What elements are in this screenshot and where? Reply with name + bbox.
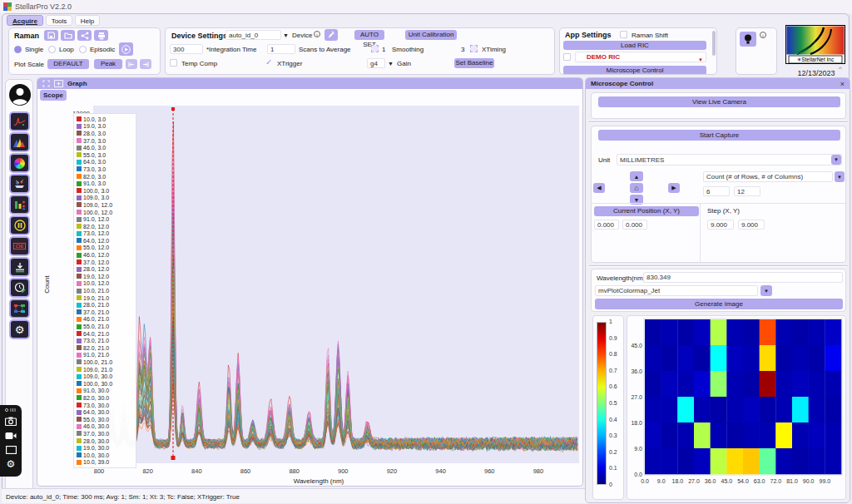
heatmap-cell[interactable] <box>775 397 792 422</box>
legend-item[interactable]: 73.0, 3.0 <box>77 166 133 173</box>
heatmap-cell[interactable] <box>809 422 825 448</box>
temp-comp-checkbox[interactable] <box>170 59 177 67</box>
heatmap-cell[interactable] <box>809 448 825 474</box>
prev-peak-button[interactable] <box>126 59 137 69</box>
legend-item[interactable]: 55.0, 12.0 <box>77 245 133 252</box>
legend-item[interactable]: 82.0, 3.0 <box>77 173 133 180</box>
sidebar-spectrum-view-button[interactable] <box>9 111 30 131</box>
heatmap-cell[interactable] <box>677 345 694 371</box>
jog-up-button[interactable]: ▲ <box>630 171 643 181</box>
generate-image-button[interactable]: Generate Image <box>595 299 843 309</box>
heatmap-cell[interactable] <box>775 422 792 448</box>
heatmap-cell[interactable] <box>809 319 825 345</box>
heatmap-cell[interactable] <box>645 345 661 371</box>
smoothing-stepper[interactable] <box>371 45 379 52</box>
cols-input[interactable]: 12 <box>734 186 760 196</box>
heatmap-cell[interactable] <box>694 448 711 474</box>
heatmap-cell[interactable] <box>775 371 792 397</box>
heatmap-cell[interactable] <box>743 371 760 397</box>
integration-time-input[interactable]: 300 <box>170 44 203 54</box>
sidebar-export-button[interactable] <box>9 257 30 277</box>
gain-dropdown-arrow[interactable]: ▼ <box>388 61 394 67</box>
heatmap-cell[interactable] <box>661 422 678 448</box>
heatmap-cell[interactable] <box>661 319 678 345</box>
heatmap-cell[interactable] <box>711 397 727 422</box>
legend-item[interactable]: 46.0, 30.0 <box>77 423 133 431</box>
heatmap-cell[interactable] <box>677 319 694 345</box>
heatmap-cell[interactable] <box>661 345 678 371</box>
heatmap-cell[interactable] <box>726 319 743 345</box>
heatmap-cell[interactable] <box>661 397 678 422</box>
heatmap-cell[interactable] <box>825 448 841 474</box>
heatmap-cell[interactable] <box>792 397 809 422</box>
legend-item[interactable]: 46.0, 3.0 <box>77 144 133 151</box>
heatmap-cell[interactable] <box>775 345 792 371</box>
heatmap-cell[interactable] <box>694 345 711 371</box>
heatmap-cell[interactable] <box>645 422 661 448</box>
lamp-info-icon[interactable]: i <box>760 32 766 38</box>
share-button[interactable] <box>77 30 92 41</box>
heatmap-cell[interactable] <box>825 422 841 448</box>
jog-home-button[interactable]: ⌂ <box>630 183 643 193</box>
legend-item[interactable]: 46.0, 12.0 <box>77 251 133 259</box>
record-video-button[interactable] <box>3 429 18 442</box>
legend-item[interactable]: 37.0, 3.0 <box>77 137 133 145</box>
heatmap-cell[interactable] <box>760 422 776 448</box>
step-y-input[interactable]: 9.000 <box>738 220 765 230</box>
open-folder-button[interactable] <box>61 30 75 41</box>
sidebar-pause-button[interactable] <box>9 215 30 235</box>
legend-item[interactable]: 55.0, 30.0 <box>77 416 133 423</box>
heatmap-cell[interactable] <box>792 345 809 371</box>
start-capture-button[interactable]: Start Capture <box>598 130 840 141</box>
heatmap-cell[interactable] <box>825 371 841 397</box>
heatmap-cell[interactable] <box>711 422 727 448</box>
heatmap-cell[interactable] <box>677 397 694 422</box>
sidebar-cie-button[interactable]: CIE <box>9 236 30 256</box>
xtiming-stepper[interactable] <box>470 45 478 52</box>
sidebar-schedule-button[interactable] <box>9 278 30 298</box>
heatmap-cell[interactable] <box>645 448 661 474</box>
sidebar-experiment-button[interactable] <box>9 195 30 215</box>
add-view-icon[interactable] <box>54 80 63 87</box>
heatmap-cell[interactable] <box>743 345 760 371</box>
radio-single[interactable] <box>14 46 22 53</box>
heatmap-cell[interactable] <box>645 319 661 345</box>
legend-item[interactable]: 82.0, 21.0 <box>77 344 133 352</box>
heatmap-cell[interactable] <box>645 397 661 422</box>
legend-item[interactable]: 91.0, 3.0 <box>77 180 133 187</box>
heatmap-cell[interactable] <box>726 422 743 448</box>
heatmap-cell[interactable] <box>661 448 678 474</box>
user-avatar[interactable] <box>8 83 32 106</box>
smoothing-value[interactable]: 1 <box>382 46 385 53</box>
legend-item[interactable]: 64.0, 30.0 <box>77 408 133 416</box>
legend-item[interactable]: 91.0, 30.0 <box>77 388 133 395</box>
heatmap-cell[interactable] <box>760 448 776 474</box>
heatmap-cell[interactable] <box>677 371 694 397</box>
legend-item[interactable]: 10.0, 21.0 <box>77 287 133 294</box>
legend-item[interactable]: 82.0, 30.0 <box>77 394 133 402</box>
heatmap-cell[interactable] <box>677 422 694 448</box>
heatmap-cell[interactable] <box>760 345 776 371</box>
heatmap-cell[interactable] <box>661 371 678 397</box>
legend-item[interactable]: 46.0, 21.0 <box>77 316 133 324</box>
auto-set-button[interactable]: AUTO SET <box>354 30 384 40</box>
raman-shift-checkbox[interactable] <box>620 31 627 38</box>
unit-select[interactable]: MILLIMETRES <box>617 154 842 166</box>
print-button[interactable] <box>94 30 108 41</box>
colormap-dropdown-button[interactable]: ▼ <box>760 285 772 296</box>
heatmap-cell[interactable] <box>760 371 776 397</box>
legend-item[interactable]: 55.0, 3.0 <box>77 151 133 159</box>
sidebar-spectrometer-button[interactable] <box>9 174 30 194</box>
legend-item[interactable]: 64.0, 3.0 <box>77 159 133 166</box>
pin-handle-icon[interactable] <box>4 407 17 413</box>
ric-checkbox[interactable] <box>563 53 571 61</box>
count-select[interactable]: Count (# of Rows, # of Columns) <box>703 171 833 182</box>
legend-item[interactable]: 73.0, 21.0 <box>77 337 133 344</box>
heatmap-chart[interactable]: 45.036.027.018.09.00.00.09.018.027.036.0… <box>628 318 846 494</box>
heatmap-cell[interactable] <box>711 371 727 397</box>
legend-item[interactable]: 37.0, 21.0 <box>77 309 133 316</box>
ric-select[interactable]: DEMO RIC ▼ <box>575 52 706 62</box>
xtiming-value[interactable]: 3 <box>461 46 464 53</box>
heatmap-cell[interactable] <box>694 422 711 448</box>
colormap-select[interactable]: mvPlotColormap_Jet <box>595 285 758 296</box>
